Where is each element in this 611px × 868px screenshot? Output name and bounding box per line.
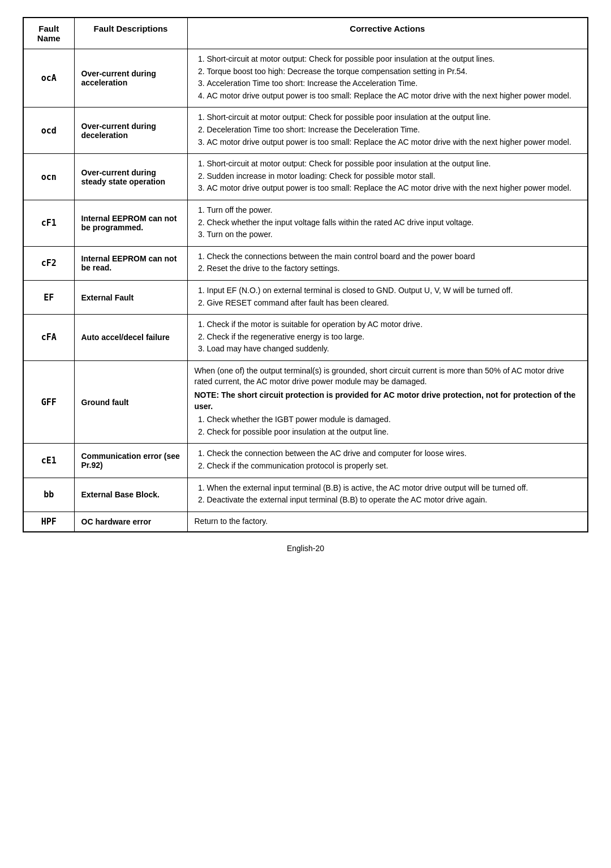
fault-code-9: bb — [23, 478, 74, 512]
list-item: Reset the drive to the factory settings. — [207, 263, 581, 274]
fault-code-4: cF2 — [23, 246, 74, 280]
list-item: Torque boost too high: Decrease the torq… — [207, 66, 581, 78]
list-item: Sudden increase in motor loading: Check … — [207, 171, 581, 182]
fault-code-8: cE1 — [23, 444, 74, 478]
corrective-actions-6: Check if the motor is suitable for opera… — [187, 315, 588, 361]
fault-desc-9: External Base Block. — [74, 478, 187, 512]
corrective-text: Return to the factory. — [195, 517, 581, 526]
list-item: AC motor drive output power is too small… — [207, 183, 581, 194]
list-item: Short-circuit at motor output: Check for… — [207, 54, 581, 65]
fault-code-0: ocA — [23, 49, 74, 108]
list-item: Turn on the power. — [207, 229, 581, 240]
fault-desc-0: Over-current during acceleration — [74, 49, 187, 108]
corrective-actions-4: Check the connections between the main c… — [187, 246, 588, 280]
corrective-actions-0: Short-circuit at motor output: Check for… — [187, 49, 588, 108]
fault-desc-2: Over-current during steady state operati… — [74, 154, 187, 200]
list-item: Check the connection between the AC driv… — [207, 448, 581, 459]
list-item: Input EF (N.O.) on external terminal is … — [207, 285, 581, 297]
fault-desc-4: Internal EEPROM can not be read. — [74, 246, 187, 280]
fault-desc-8: Communication error (see Pr.92) — [74, 444, 187, 478]
fault-desc-3: Internal EEPROM can not be programmed. — [74, 200, 187, 246]
fault-code-5: EF — [23, 280, 74, 314]
list-item: AC motor drive output power is too small… — [207, 91, 581, 102]
corrective-actions-5: Input EF (N.O.) on external terminal is … — [187, 280, 588, 314]
list-item: Deactivate the external input terminal (… — [207, 495, 581, 506]
corrective-actions-1: Short-circuit at motor output: Check for… — [187, 108, 588, 154]
corrective-actions-2: Short-circuit at motor output: Check for… — [187, 154, 588, 200]
corrective-actions-9: When the external input terminal (B.B) i… — [187, 478, 588, 512]
corrective-actions-7: When (one of) the output terminal(s) is … — [187, 360, 588, 444]
page-footer: English-20 — [287, 544, 324, 553]
list-item: When the external input terminal (B.B) i… — [207, 483, 581, 494]
fault-code-3: cF1 — [23, 200, 74, 246]
fault-code-7: GFF — [23, 360, 74, 444]
list-item: Short-circuit at motor output: Check for… — [207, 112, 581, 123]
list-item: Check if the motor is suitable for opera… — [207, 319, 581, 330]
fault-code-10: HPF — [23, 512, 74, 532]
list-item: Short-circuit at motor output: Check for… — [207, 158, 581, 170]
fault-desc-7: Ground fault — [74, 360, 187, 444]
fault-desc-10: OC hardware error — [74, 512, 187, 532]
list-item: Give RESET command after fault has been … — [207, 298, 581, 309]
corrective-actions-8: Check the connection between the AC driv… — [187, 444, 588, 478]
list-item: Check if the communication protocol is p… — [207, 461, 581, 472]
fault-desc-6: Auto accel/decel failure — [74, 315, 187, 361]
list-item: Load may have changed suddenly. — [207, 343, 581, 355]
fault-code-2: ocn — [23, 154, 74, 200]
list-item: Check if the regenerative energy is too … — [207, 332, 581, 343]
fault-desc-5: External Fault — [74, 280, 187, 314]
corrective-actions-3: Turn off the power.Check whether the inp… — [187, 200, 588, 246]
corrective-actions-10: Return to the factory. — [187, 512, 588, 532]
list-item: Check the connections between the main c… — [207, 251, 581, 263]
fault-code-1: ocd — [23, 108, 74, 154]
fault-table: Fault Name Fault Descriptions Corrective… — [23, 17, 588, 532]
list-item: Check whether the input voltage falls wi… — [207, 217, 581, 229]
corrective-intro: When (one of) the output terminal(s) is … — [195, 366, 581, 388]
corrective-note: NOTE: The short circuit protection is pr… — [195, 390, 581, 412]
list-item: Turn off the power. — [207, 205, 581, 216]
list-item: Check whether the IGBT power module is d… — [207, 414, 581, 426]
fault-code-6: cFA — [23, 315, 74, 361]
list-item: Check for possible poor insulation at th… — [207, 427, 581, 438]
fault-desc-1: Over-current during deceleration — [74, 108, 187, 154]
list-item: Deceleration Time too short: Increase th… — [207, 124, 581, 136]
header-fault-desc: Fault Descriptions — [74, 18, 187, 49]
header-corrective: Corrective Actions — [187, 18, 588, 49]
header-fault-name: Fault Name — [23, 18, 74, 49]
list-item: Acceleration Time too short: Increase th… — [207, 78, 581, 89]
list-item: AC motor drive output power is too small… — [207, 137, 581, 148]
